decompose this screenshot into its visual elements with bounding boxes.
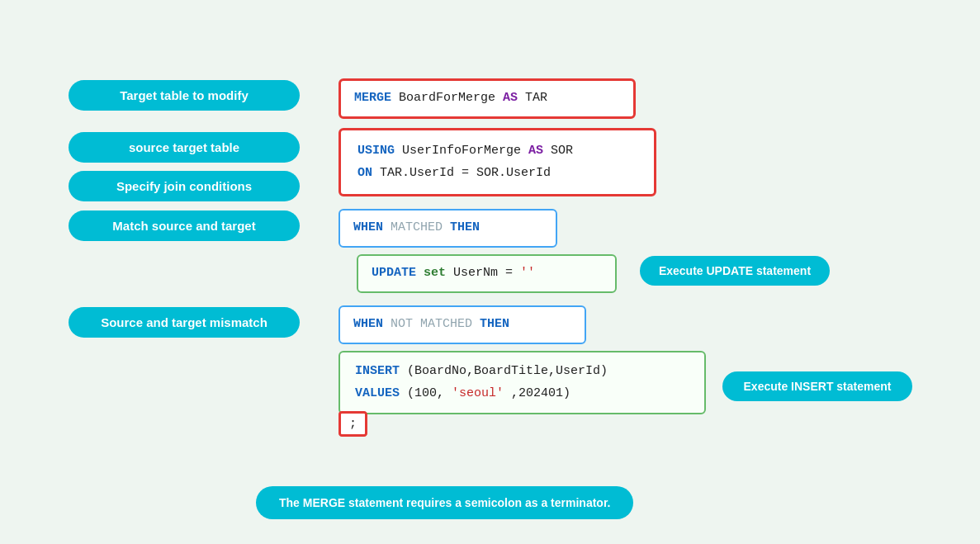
when-keyword: WHEN [353, 220, 383, 234]
match-source-button[interactable]: Match source and target [69, 211, 300, 241]
using-on-code-box: USING UserInfoForMerge AS SOR ON TAR.Use… [339, 128, 656, 196]
values-keyword: VALUES [355, 386, 400, 400]
sor-alias: SOR [551, 144, 573, 158]
execute-insert-label: Execute INSERT statement [744, 380, 892, 393]
execute-update-label: Execute UPDATE statement [659, 264, 811, 277]
not-matched-keyword: NOT MATCHED [391, 317, 480, 331]
values-open: (100, [407, 386, 444, 400]
update-value: '' [520, 266, 535, 280]
execute-update-button[interactable]: Execute UPDATE statement [640, 256, 830, 286]
on-keyword: ON [357, 166, 372, 180]
when2-keyword: WHEN [353, 317, 383, 331]
update-assign: UserNm = [453, 266, 520, 280]
values-rest: ,202401) [511, 386, 570, 400]
values-str: 'seoul' [452, 386, 504, 400]
target-table-label: Target table to modify [120, 88, 249, 102]
merge-table: BoardForMerge [399, 91, 503, 105]
then-keyword: THEN [450, 220, 480, 234]
using-keyword: USING [357, 144, 395, 158]
note-box: The MERGE statement requires a semicolon… [256, 486, 633, 519]
mismatch-button[interactable]: Source and target mismatch [69, 307, 300, 338]
merge-code-box: MERGE BoardForMerge AS TAR [339, 78, 636, 119]
note-text: The MERGE statement requires a semicolon… [279, 496, 610, 509]
join-conditions-label: Specify join conditions [116, 179, 252, 193]
execute-insert-button[interactable]: Execute INSERT statement [722, 371, 912, 401]
target-table-button[interactable]: Target table to modify [69, 80, 300, 111]
as-keyword: AS [503, 91, 518, 105]
as-keyword2: AS [528, 144, 543, 158]
source-table-label: source target table [129, 140, 239, 154]
then2-keyword: THEN [480, 317, 509, 331]
set-keyword: set [424, 266, 446, 280]
join-conditions-button[interactable]: Specify join conditions [69, 171, 300, 201]
merge-keyword: MERGE [354, 91, 391, 105]
when-not-matched-code-box: WHEN NOT MATCHED THEN [339, 305, 586, 344]
page-container: Target table to modify MERGE BoardForMer… [0, 0, 980, 544]
insert-code-box: INSERT (BoardNo,BoardTitle,UserId) VALUE… [339, 351, 706, 414]
source-table-button[interactable]: source target table [69, 132, 300, 163]
insert-cols: (BoardNo,BoardTitle,UserId) [407, 364, 608, 378]
semicolon-text: ; [349, 417, 357, 431]
mismatch-label: Source and target mismatch [101, 315, 267, 329]
semicolon-box: ; [339, 411, 367, 437]
using-table: UserInfoForMerge [402, 144, 528, 158]
when-matched-code-box: WHEN MATCHED THEN [339, 209, 557, 248]
update-keyword: UPDATE [372, 266, 416, 280]
match-source-label: Match source and target [112, 219, 255, 233]
tar-alias: TAR [525, 91, 547, 105]
update-code-box: UPDATE set UserNm = '' [357, 254, 617, 293]
on-condition: TAR.UserId = SOR.UserId [380, 166, 551, 180]
insert-keyword: INSERT [355, 364, 400, 378]
matched-keyword: MATCHED [391, 220, 450, 234]
